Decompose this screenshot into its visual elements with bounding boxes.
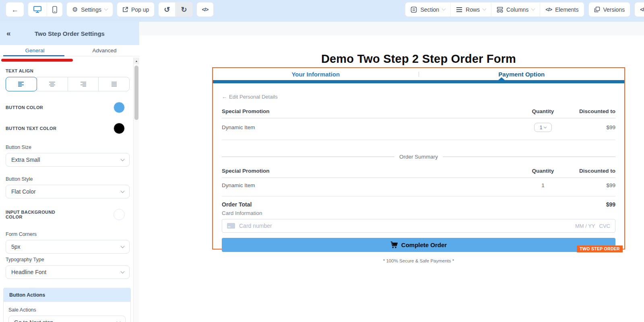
device-toggle-group [28, 2, 63, 17]
input-bg-label-line1: INPUT BACKGROUND [6, 210, 55, 215]
align-left-button[interactable] [6, 77, 37, 91]
button-size-select[interactable]: Extra Small [6, 153, 130, 167]
col-special-promotion: Special Promotion [222, 168, 519, 174]
history-group: ↺ ↻ [158, 2, 192, 17]
typography-type-select[interactable]: Headline Font [6, 265, 130, 279]
desktop-view-button[interactable] [28, 2, 47, 17]
two-step-order-element-badge[interactable]: TWO STEP ORDER [577, 246, 623, 252]
expiry-placeholder: MM / YY [575, 223, 595, 229]
settings-label: Settings [81, 6, 101, 13]
input-bg-color-label: INPUT BACKGROUND COLOR [6, 210, 55, 219]
settings-sidebar: « Two Step Order Settings General Advanc… [0, 22, 139, 322]
divider-line [222, 157, 394, 157]
button-style-select[interactable]: Flat Color [6, 185, 130, 198]
custom-code-button[interactable]: </> [196, 2, 214, 17]
sidebar-scrollbar[interactable]: ▲ [133, 58, 139, 322]
chevron-down-icon [121, 269, 125, 273]
summary-item-row: Dynamic Item 1 $99 [222, 178, 615, 192]
popup-button[interactable]: Pop up [117, 2, 155, 17]
col-special-promotion: Special Promotion [222, 108, 519, 114]
clipped-edge-button[interactable]: </> [634, 2, 644, 17]
external-link-icon [122, 7, 128, 12]
button-text-color-row: BUTTON TEXT COLOR [6, 123, 130, 134]
cart-icon [390, 242, 398, 248]
undo-button[interactable]: ↺ [159, 2, 175, 17]
align-center-icon [49, 81, 56, 87]
versions-icon [594, 6, 600, 12]
columns-button[interactable]: Columns [491, 2, 540, 17]
align-right-button[interactable] [68, 77, 99, 91]
align-right-icon [80, 81, 87, 87]
input-bg-label-line2: COLOR [6, 215, 23, 219]
sidebar-title: Two Step Order Settings [0, 30, 139, 37]
col-quantity: Quantity [519, 108, 567, 114]
item-price: $99 [567, 124, 615, 130]
versions-button[interactable]: Versions [588, 2, 631, 17]
button-size-label: Button Size [6, 144, 130, 150]
promotion-table-header: Special Promotion Quantity Discounted to [222, 108, 615, 114]
form-corners-label: Form Corners [6, 231, 130, 237]
align-center-button[interactable] [37, 77, 68, 91]
card-number-input[interactable]: Card number MM / YY CVC [222, 219, 615, 233]
elements-button[interactable]: </> Elements [540, 2, 584, 17]
desktop-icon [33, 6, 41, 13]
back-button[interactable]: ← [6, 2, 24, 17]
order-total-label: Order Total [222, 201, 567, 208]
button-size-value: Extra Small [11, 157, 40, 163]
item-name: Dynamic Item [222, 124, 519, 130]
card-number-placeholder: Card number [239, 223, 571, 229]
col-quantity: Quantity [519, 168, 567, 174]
divider-line [443, 157, 615, 157]
step-progress-bar [213, 80, 624, 83]
button-actions-body: Sale Actions Go to Next step [4, 302, 130, 322]
order-total-row: Order Total $99 [222, 196, 615, 209]
sale-actions-value: Go to Next step [14, 319, 53, 322]
layout-tools-group: Section Rows Columns </> Elements [405, 2, 584, 17]
card-information-label: Card Information [222, 210, 615, 216]
item-price: $99 [567, 182, 615, 188]
edit-personal-details-label: Edit Personal Details [229, 94, 278, 100]
chevron-down-icon [442, 7, 446, 11]
settings-button[interactable]: ⚙ Settings [66, 2, 113, 17]
canvas-top-strip [140, 22, 644, 35]
rows-icon [456, 7, 462, 12]
complete-order-button[interactable]: Complete Order [222, 238, 615, 252]
typography-type-label: Typography Type [6, 257, 130, 262]
chevron-down-icon [121, 157, 125, 161]
two-step-order-form[interactable]: Your Information Payment Option ← Edit P… [212, 67, 625, 250]
input-bg-color-swatch[interactable] [114, 209, 125, 220]
scrollbar-thumb[interactable] [134, 66, 138, 120]
rows-button[interactable]: Rows [450, 2, 491, 17]
back-icon: ← [11, 6, 19, 13]
mobile-view-button[interactable] [47, 2, 62, 17]
elements-icon: </> [545, 6, 552, 12]
button-color-swatch[interactable] [114, 102, 125, 113]
sale-actions-select[interactable]: Go to Next step [8, 316, 126, 322]
columns-label: Columns [506, 6, 528, 13]
popup-label: Pop up [131, 6, 149, 13]
tab-your-information[interactable]: Your Information [213, 71, 419, 78]
tab-general[interactable]: General [0, 45, 70, 56]
rows-label: Rows [466, 6, 480, 13]
edit-personal-details-link[interactable]: ← Edit Personal Details [222, 94, 278, 100]
quantity-select[interactable]: 1 [534, 123, 552, 132]
card-meta-placeholders: MM / YY CVC [575, 223, 610, 229]
chevron-down-icon [483, 7, 487, 11]
section-button[interactable]: Section [405, 2, 450, 17]
button-text-color-swatch[interactable] [114, 123, 125, 134]
sale-actions-label: Sale Actions [8, 307, 126, 313]
complete-order-label: Complete Order [401, 242, 447, 248]
form-corners-select[interactable]: 5px [6, 240, 130, 254]
tab-advanced[interactable]: Advanced [70, 45, 139, 56]
typography-type-value: Headline Font [11, 269, 46, 275]
col-discounted-to: Discounted to [567, 168, 615, 174]
chevron-down-icon [544, 126, 547, 128]
tab-payment-option[interactable]: Payment Option [419, 71, 625, 78]
form-step-tabs: Your Information Payment Option [213, 68, 624, 80]
align-justify-button[interactable] [98, 77, 130, 91]
form-corners-value: 5px [11, 244, 21, 250]
redo-button[interactable]: ↻ [175, 2, 192, 17]
chevron-down-icon [117, 320, 121, 322]
scrollbar-up-arrow[interactable]: ▲ [134, 58, 139, 64]
item-quantity: 1 [519, 182, 567, 188]
